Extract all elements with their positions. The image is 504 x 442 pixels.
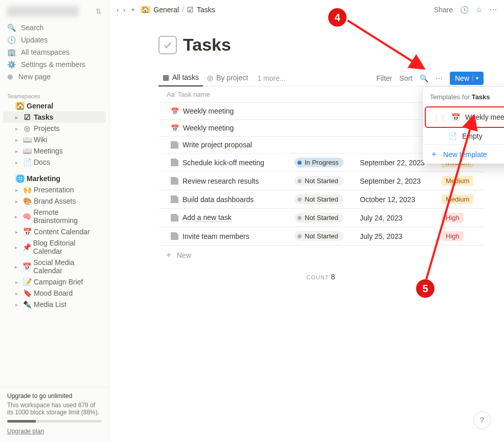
sidebar-page-item[interactable]: ▸ 📌 Blog Editorial Calendar [3, 237, 106, 257]
sidebar-new-page[interactable]: ⊕ New page [4, 71, 105, 83]
template-weekly-meeting[interactable]: ⋮⋮ 📅 Weekly meeting ⋯ [425, 106, 504, 128]
sidebar-page-item[interactable]: ▸ ✒️ Media List [3, 299, 106, 310]
sidebar-page-item[interactable]: ▸ 🎨 Brand Assets [3, 195, 106, 207]
sidebar-page-wiki[interactable]: ▸ 📖 Wiki [3, 134, 106, 145]
view-tab-by-project[interactable]: ◎ By project [203, 71, 252, 86]
cell-priority[interactable]: High [438, 209, 484, 227]
main: ‹ › ＋ 🏠 General / ☑ Tasks Share 🕓 ☆ ⋯ [109, 0, 504, 442]
cell-name[interactable]: Write project proposal [158, 137, 290, 153]
sidebar-page-item[interactable]: ▸ 📅 Social Media Calendar [3, 257, 106, 276]
cell-due[interactable]: October 12, 2023 [356, 191, 438, 208]
cell-name[interactable]: Review research results [158, 173, 290, 189]
page-icon [171, 159, 178, 166]
sidebar-page-item[interactable]: ▸ 🧠 Remote Brainstorming [3, 207, 106, 226]
col-header-name[interactable]: Aa Task name [158, 86, 290, 102]
page-icon [171, 232, 178, 240]
sidebar-updates[interactable]: 🕓 Updates [4, 34, 105, 46]
upgrade-desc: This workspace has used 879 of its 1000 … [7, 402, 102, 416]
sidebar-page-tasks[interactable]: ▸ ☑ Tasks [3, 112, 106, 123]
table-row[interactable]: Invite team members Not StartedJuly 25, … [158, 227, 484, 246]
page-label: Social Media Calendar [33, 258, 104, 275]
new-tab-icon[interactable]: ＋ [129, 5, 136, 14]
checkbox-icon: ☑ [187, 6, 194, 14]
view-tab-all-tasks[interactable]: ▦ All tasks [158, 70, 203, 86]
breadcrumb[interactable]: 🏠 General / ☑ Tasks [141, 6, 215, 14]
page-label: Meetings [34, 147, 63, 155]
cell-status[interactable]: Not Started [290, 190, 356, 208]
cell-name[interactable]: Add a new task [158, 209, 290, 226]
sidebar: ⇅ 🔍 Search 🕓 Updates 🏢 All teamspaces ⚙️… [0, 0, 109, 442]
views-bar: ▦ All tasks ◎ By project 1 more... Filte… [158, 70, 484, 86]
sidebar-page-item[interactable]: ▸ 🔖 Mood Board [3, 288, 106, 299]
star-icon[interactable]: ☆ [476, 6, 483, 14]
task-name: Write project proposal [182, 141, 252, 149]
cell-priority[interactable]: Medium [438, 190, 484, 208]
page-title-text[interactable]: Tasks [183, 35, 231, 55]
share-button[interactable]: Share [434, 6, 453, 14]
emoji-icon: 🧠 [22, 212, 32, 220]
chevron-right-icon: ▸ [12, 264, 20, 270]
help-button[interactable]: ? [473, 411, 491, 429]
nav-back-icon[interactable]: ‹ [117, 6, 119, 14]
clock-icon[interactable]: 🕓 [460, 6, 469, 14]
emoji-icon: 🔖 [22, 289, 32, 297]
chevron-down-icon[interactable]: ▾ [472, 75, 482, 81]
sidebar-page-docs[interactable]: ▸ 📄 Docs [3, 157, 106, 168]
search-icon[interactable]: 🔍 [420, 74, 428, 82]
new-template-button[interactable]: ＋ New template [423, 145, 504, 164]
sort-button[interactable]: Sort [399, 74, 413, 82]
clock-icon: 🕓 [7, 36, 16, 44]
workspace-switcher[interactable]: ⇅ [5, 4, 104, 18]
sidebar-page-meetings[interactable]: ▸ 📖 Meetings [3, 145, 106, 157]
template-label: Weekly meeting [465, 113, 504, 121]
cell-name[interactable]: Build data dashboards [158, 191, 290, 208]
sidebar-page-item[interactable]: ▸ 📝 Campaign Brief [3, 276, 106, 288]
teamspace-marketing[interactable]: 🌐 Marketing [3, 173, 106, 184]
new-button[interactable]: New ▾ [450, 72, 484, 85]
crumb-sep: / [182, 6, 184, 14]
crumb-current[interactable]: Tasks [197, 6, 215, 14]
cell-name[interactable]: 📅Weekly meeting [158, 120, 290, 136]
cell-due[interactable]: September 2, 2023 [356, 173, 438, 189]
upgrade-link[interactable]: Upgrade plan [7, 428, 44, 435]
cell-status[interactable]: In Progress [290, 153, 356, 171]
cell-name[interactable]: Schedule kick-off meeting [158, 154, 290, 171]
cell-status[interactable]: Not Started [290, 209, 356, 227]
page-icon [171, 195, 178, 203]
more-icon[interactable]: ⋯ [436, 74, 443, 82]
sidebar-settings[interactable]: ⚙️ Settings & members [4, 58, 105, 71]
nav-fwd-icon[interactable]: › [123, 6, 126, 14]
new-row[interactable]: ＋ New [158, 246, 484, 264]
cell-priority[interactable]: Medium [438, 172, 484, 190]
table-icon: ▦ [163, 73, 169, 81]
cell-due[interactable]: July 24, 2023 [356, 210, 438, 226]
cell-name[interactable]: 📅Weekly meeting [158, 103, 290, 119]
view-more[interactable]: 1 more... [252, 71, 290, 85]
cell-status[interactable]: Not Started [290, 227, 356, 245]
cell-priority[interactable]: High [438, 227, 484, 245]
grip-icon[interactable]: ⋮⋮ [433, 114, 446, 121]
task-name: Add a new task [182, 213, 232, 222]
sidebar-page-item[interactable]: ▸ 🙌 Presentation [3, 184, 106, 195]
teamspace-general[interactable]: 🏠 General [3, 100, 106, 112]
cell-due[interactable]: July 25, 2023 [356, 228, 438, 245]
table-row[interactable]: Build data dashboards Not StartedOctober… [158, 190, 484, 209]
table-row[interactable]: Review research results Not StartedSepte… [158, 172, 484, 190]
crumb-parent[interactable]: General [153, 6, 179, 14]
page-icon-checkbox[interactable] [158, 36, 177, 54]
sidebar-page-projects[interactable]: ▸ ◎ Projects [3, 123, 106, 134]
sidebar-search[interactable]: 🔍 Search [4, 21, 105, 34]
table-row[interactable]: Add a new task Not StartedJuly 24, 2023H… [158, 209, 484, 227]
more-icon[interactable]: ⋯ [490, 6, 497, 14]
cell-name[interactable]: Invite team members [158, 228, 290, 245]
page-icon [171, 177, 178, 185]
filter-button[interactable]: Filter [376, 74, 392, 82]
sidebar-label: Updates [21, 36, 48, 44]
cell-status[interactable]: Not Started [290, 172, 356, 190]
target-icon: ◎ [22, 124, 32, 132]
sidebar-teamspaces[interactable]: 🏢 All teamspaces [4, 46, 105, 58]
chevron-right-icon: ▸ [12, 214, 20, 219]
page-label: Docs [34, 158, 50, 166]
sidebar-page-item[interactable]: ▸ 📅 Content Calendar [3, 226, 106, 237]
template-empty[interactable]: ⋮⋮ 📄 Empty DEFAULT ⋯ [423, 128, 504, 144]
